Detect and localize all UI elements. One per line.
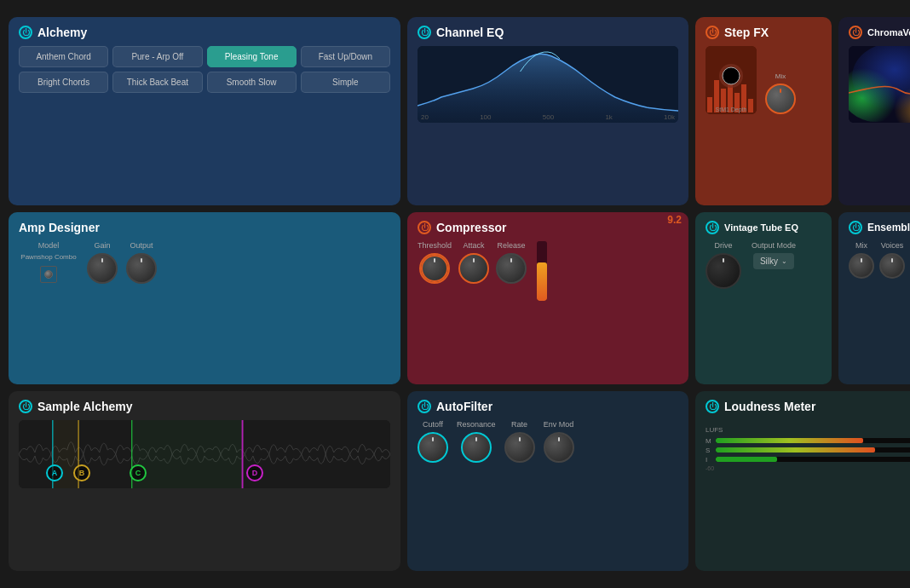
chroma-display [849, 46, 910, 123]
amp-gain-knob[interactable] [87, 253, 118, 284]
amp-designer-plugin: Amp Designer Model Pawnshop Combo Gain O… [9, 212, 400, 383]
loudness-i-label: I [706, 456, 712, 464]
loudness-scale: -60 12 [706, 465, 910, 471]
eq-label-10k: 10k [664, 113, 675, 121]
marker-a[interactable]: A [46, 464, 63, 481]
sample-alchemy-power-btn[interactable]: ⏻ [19, 400, 32, 413]
comp-release-knob[interactable] [496, 253, 527, 284]
comp-release-label: Release [498, 241, 526, 250]
vintage-drive-label: Drive [714, 241, 732, 250]
preset-pure-arp[interactable]: Pure - Arp Off [112, 46, 202, 67]
preset-pleasing-tone[interactable]: Pleasing Tone [207, 46, 297, 67]
preset-thick-beat[interactable]: Thick Back Beat [112, 72, 202, 93]
loudness-s-track [716, 447, 910, 453]
marker-d[interactable]: D [246, 464, 263, 481]
channel-eq-title: Channel EQ [436, 26, 504, 39]
loudness-power-btn[interactable]: ⏻ [706, 400, 719, 413]
alchemy-plugin: ⏻ Alchemy Anthem Chord Pure - Arp Off Pl… [9, 17, 400, 205]
autofilter-power-btn[interactable]: ⏻ [418, 400, 431, 413]
step-fx-power-btn[interactable]: ⏻ [706, 26, 719, 39]
comp-threshold-label: Threshold [418, 241, 452, 250]
vintage-drive-group: Drive [706, 241, 741, 289]
amp-model-knob-sm[interactable] [44, 270, 53, 279]
step-fx-inner: StM1 Depth Mix [706, 46, 821, 114]
alchemy-header: ⏻ Alchemy [19, 26, 390, 39]
vintage-eq-header: ⏻ Vintage Tube EQ [706, 221, 821, 234]
chroma-power-btn[interactable]: ⏻ [849, 26, 862, 39]
step-fx-title: Step FX [724, 26, 769, 39]
step-mix-label: Mix [775, 72, 786, 80]
autofilter-rate-group: Rate [504, 420, 535, 463]
comp-title: Compressor [436, 221, 506, 234]
step-mix-knob[interactable] [765, 84, 796, 114]
loudness-meter-plugin: ⏻ Loudness Meter LUFS M S I [695, 391, 910, 571]
vintage-mode-chevron: ⌄ [781, 257, 787, 265]
autofilter-cutoff-knob[interactable] [418, 432, 448, 463]
autofilter-plugin: ⏻ AutoFilter Cutoff Resonance Rate Env M… [407, 391, 688, 571]
channel-eq-display[interactable]: 20 100 500 1k 10k [418, 46, 678, 123]
autofilter-title: AutoFilter [436, 400, 492, 413]
ensemble-mix-knob[interactable] [849, 253, 874, 279]
eq-label-100: 100 [480, 113, 491, 121]
autofilter-resonance-label: Resonance [457, 420, 496, 429]
preset-smooth-slow[interactable]: Smooth Slow [207, 72, 297, 93]
amp-model-indicator [40, 266, 57, 283]
amp-model-group: Model Pawnshop Combo [19, 241, 78, 283]
comp-attack-group: Attack [458, 241, 489, 284]
loudness-s-fill [716, 447, 875, 453]
autofilter-envmod-knob[interactable] [544, 432, 574, 463]
ensemble-mix-label: Mix [855, 241, 867, 250]
comp-attack-label: Attack [464, 241, 485, 250]
amp-output-knob[interactable] [126, 253, 157, 284]
vintage-output-mode-group: Output Mode Silky ⌄ [752, 241, 796, 269]
autofilter-resonance-knob[interactable] [461, 432, 492, 463]
comp-attack-knob[interactable] [458, 253, 489, 284]
comp-meter [537, 241, 547, 301]
ensemble-header: ⏻ Ensemble [849, 221, 910, 234]
step-fx-plugin: ⏻ Step FX StM1 Dept [695, 17, 832, 205]
loudness-header: ⏻ Loudness Meter [706, 400, 910, 413]
comp-header: ⏻ Compressor 9.2 [418, 221, 678, 234]
autofilter-rate-knob[interactable] [504, 432, 535, 463]
ensemble-voices-knob[interactable] [879, 253, 905, 279]
channel-eq-power-btn[interactable]: ⏻ [418, 26, 431, 39]
preset-anthem-chord[interactable]: Anthem Chord [19, 46, 108, 67]
preset-bright-chords[interactable]: Bright Chords [19, 72, 108, 93]
amp-output-label: Output [130, 241, 153, 250]
comp-release-group: Release [496, 241, 527, 284]
ensemble-power-btn[interactable]: ⏻ [849, 221, 862, 234]
chroma-verb-plugin: ⏻ ChromaVerb [838, 17, 910, 205]
preset-fast-updown[interactable]: Fast Up/Down [301, 46, 390, 67]
sample-alchemy-waveform[interactable]: A B C D [19, 420, 390, 488]
loudness-scale-min: -60 [706, 465, 714, 471]
channel-eq-header: ⏻ Channel EQ [418, 26, 678, 39]
marker-b[interactable]: B [73, 464, 90, 481]
chroma-title: ChromaVerb [867, 27, 910, 37]
ensemble-knob-row: Mix Voices Phase Spread [849, 241, 910, 279]
alchemy-preset-grid: Anthem Chord Pure - Arp Off Pleasing Ton… [19, 46, 390, 93]
amp-gain-label: Gain [94, 241, 110, 250]
alchemy-power-btn[interactable]: ⏻ [19, 26, 32, 39]
amp-model-label: Model [38, 241, 60, 250]
comp-threshold-knob[interactable] [419, 253, 450, 284]
eq-label-20: 20 [421, 113, 429, 121]
loudness-s-label: S [706, 447, 712, 454]
vintage-output-mode-label: Output Mode [752, 241, 796, 250]
autofilter-knob-row: Cutoff Resonance Rate Env Mod [418, 420, 678, 463]
step-fx-display: StM1 Depth [706, 46, 757, 114]
vintage-mode-display[interactable]: Silky ⌄ [753, 253, 794, 269]
marker-c[interactable]: C [130, 464, 147, 481]
eq-label-1k: 1k [605, 113, 612, 121]
step-param-label: StM1 Depth [706, 107, 757, 112]
vintage-mode-value: Silky [760, 257, 778, 266]
autofilter-header: ⏻ AutoFilter [418, 400, 678, 413]
vintage-eq-title: Vintage Tube EQ [724, 222, 798, 233]
preset-simple[interactable]: Simple [301, 72, 390, 93]
comp-power-btn[interactable]: ⏻ [418, 221, 431, 234]
eq-frequency-labels: 20 100 500 1k 10k [418, 113, 678, 121]
vintage-drive-knob[interactable] [706, 253, 741, 289]
loudness-i-fill [716, 457, 777, 462]
vintage-eq-power-btn[interactable]: ⏻ [706, 221, 719, 234]
chroma-header: ⏻ ChromaVerb [849, 26, 910, 39]
autofilter-cutoff-group: Cutoff [418, 420, 448, 463]
